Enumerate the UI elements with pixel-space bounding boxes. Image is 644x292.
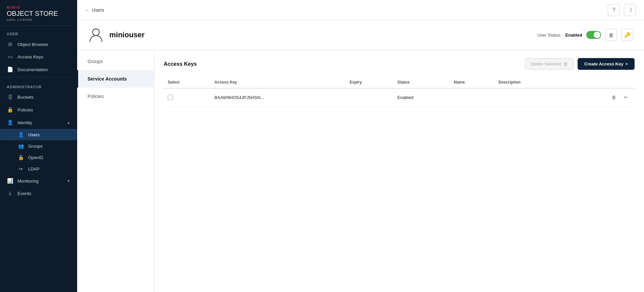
col-expiry: Expiry xyxy=(345,77,393,88)
sidebar-item-label: Identity xyxy=(17,120,63,125)
row-name-cell xyxy=(450,88,494,106)
main-area: ← Users ? ☽ miniouser User Status: Enabl… xyxy=(77,0,644,292)
sidebar-item-identity[interactable]: 👤 Identity ▲ xyxy=(0,116,77,129)
sidebar-item-events[interactable]: λ Events xyxy=(0,187,77,200)
sidebar-item-label: Object Browser xyxy=(17,42,70,47)
sidebar-sub-label: OpenID xyxy=(28,155,43,160)
sidebar-item-label: Buckets xyxy=(17,95,70,100)
row-access-key-cell: BAAW9HOS4JPJ5HSN... xyxy=(210,88,345,106)
ldap-icon: ↪ xyxy=(17,166,24,172)
back-arrow-icon: ← xyxy=(85,7,90,13)
user-status-area: User Status: Enabled 🗑 🔑 xyxy=(537,29,633,41)
openid-icon: 🔓 xyxy=(17,155,24,160)
col-name: Name xyxy=(450,77,494,88)
col-description: Description xyxy=(494,77,565,88)
delete-icon: 🗑 xyxy=(564,61,568,66)
lower-section: Groups Service Accounts Policies Access … xyxy=(77,50,644,292)
row-actions: 🗑 ✏ xyxy=(569,93,631,102)
sidebar: MINIO OBJECT STORE AGPL LICENSE User ⊞ O… xyxy=(0,0,77,292)
delete-user-button[interactable]: 🗑 xyxy=(605,29,617,41)
sidebar-item-label: Access Keys xyxy=(17,54,70,59)
theme-icon: ☽ xyxy=(628,7,632,13)
row-edit-icon: ✏ xyxy=(624,95,628,100)
col-actions xyxy=(565,77,635,88)
admin-section-label: Administrator xyxy=(0,79,77,91)
chevron-up-icon: ▲ xyxy=(67,120,70,125)
sidebar-sub-item-openid[interactable]: 🔓 OpenID xyxy=(0,152,77,163)
access-keys-header: Access Keys Delete Selected 🗑 Create Acc… xyxy=(164,58,635,70)
help-icon: ? xyxy=(612,7,615,13)
create-access-key-button[interactable]: Create Access Key + xyxy=(578,58,635,70)
license-label: AGPL LICENSE xyxy=(7,18,70,21)
chevron-down-icon: ▼ xyxy=(67,179,70,183)
identity-icon: 👤 xyxy=(7,119,13,126)
sidebar-sub-item-ldap[interactable]: ↪ LDAP xyxy=(0,163,77,175)
status-label: User Status: xyxy=(537,33,561,38)
back-label: Users xyxy=(92,7,104,13)
trash-icon: 🗑 xyxy=(609,32,614,38)
status-value: Enabled xyxy=(565,33,582,38)
sidebar-sub-item-users[interactable]: 👤 Users xyxy=(0,129,77,140)
row-checkbox[interactable] xyxy=(168,95,173,100)
back-button[interactable]: ← Users xyxy=(85,7,104,13)
sidebar-sub-label: Users xyxy=(28,132,40,137)
tab-service-accounts[interactable]: Service Accounts xyxy=(77,70,154,88)
tab-groups-label: Groups xyxy=(88,59,103,64)
sidebar-item-label: Events xyxy=(17,191,70,196)
table-header-row: Select Access Key Expiry Status Name Des… xyxy=(164,77,635,88)
left-tabs: Groups Service Accounts Policies xyxy=(77,50,154,292)
col-select: Select xyxy=(164,77,210,88)
row-actions-cell: 🗑 ✏ xyxy=(565,88,635,106)
access-keys-title: Access Keys xyxy=(164,61,197,67)
logo-area: MINIO OBJECT STORE AGPL LICENSE xyxy=(0,0,77,26)
toggle-knob xyxy=(594,32,600,38)
sidebar-sub-label: LDAP xyxy=(28,166,40,172)
sidebar-sub-label: Groups xyxy=(28,144,43,149)
row-trash-icon: 🗑 xyxy=(611,95,616,100)
key-icon: 🔑 xyxy=(624,32,631,38)
key-button[interactable]: 🔑 xyxy=(621,29,633,41)
tab-policies-label: Policies xyxy=(88,94,104,99)
user-header: miniouser User Status: Enabled 🗑 🔑 xyxy=(77,20,644,50)
groups-icon: 👥 xyxy=(17,143,24,149)
help-button[interactable]: ? xyxy=(608,4,620,16)
access-keys-table: Select Access Key Expiry Status Name Des… xyxy=(164,77,635,106)
sidebar-item-buckets[interactable]: 🗄 Buckets xyxy=(0,91,77,103)
tab-policies[interactable]: Policies xyxy=(77,88,154,105)
sidebar-item-monitoring[interactable]: 📊 Monitoring ▼ xyxy=(0,175,77,187)
users-icon: 👤 xyxy=(17,132,24,137)
svg-point-0 xyxy=(93,29,99,36)
row-status-cell: Enabled xyxy=(393,88,450,106)
object-browser-icon: ⊞ xyxy=(7,41,13,47)
user-section-label: User xyxy=(0,26,77,38)
delete-selected-button[interactable]: Delete Selected 🗑 xyxy=(525,58,574,69)
sidebar-item-label: Documentation xyxy=(17,67,70,72)
monitoring-icon: 📊 xyxy=(7,178,13,184)
status-toggle[interactable] xyxy=(586,31,601,39)
sidebar-item-access-keys[interactable]: 🗝 Access Keys xyxy=(0,51,77,63)
delete-selected-label: Delete Selected xyxy=(531,61,561,66)
topbar: ← Users ? ☽ xyxy=(77,0,644,20)
tab-groups[interactable]: Groups xyxy=(77,53,154,70)
documentation-icon: 📄 xyxy=(7,66,13,72)
plus-icon: + xyxy=(625,61,628,66)
sidebar-sub-item-groups[interactable]: 👥 Groups xyxy=(0,140,77,152)
right-panel: Access Keys Delete Selected 🗑 Create Acc… xyxy=(154,50,644,292)
row-expiry-cell xyxy=(345,88,393,106)
user-avatar xyxy=(88,27,104,43)
row-delete-button[interactable]: 🗑 xyxy=(609,93,619,102)
sidebar-item-object-browser[interactable]: ⊞ Object Browser xyxy=(0,38,77,51)
row-edit-button[interactable]: ✏ xyxy=(621,93,631,102)
product-bold: OBJECT xyxy=(7,10,33,17)
row-description-cell xyxy=(494,88,565,106)
sidebar-item-label: Policies xyxy=(17,107,70,112)
sidebar-item-documentation[interactable]: 📄 Documentation xyxy=(0,63,77,76)
table-row: BAAW9HOS4JPJ5HSN... Enabled 🗑 ✏ xyxy=(164,88,635,106)
create-btn-label: Create Access Key xyxy=(584,61,624,66)
sidebar-item-policies[interactable]: 🔒 Policies xyxy=(0,103,77,116)
col-status: Status xyxy=(393,77,450,88)
sidebar-item-label: Monitoring xyxy=(17,179,63,184)
username: miniouser xyxy=(109,31,145,39)
col-access-key: Access Key xyxy=(210,77,345,88)
theme-toggle-button[interactable]: ☽ xyxy=(624,4,636,16)
